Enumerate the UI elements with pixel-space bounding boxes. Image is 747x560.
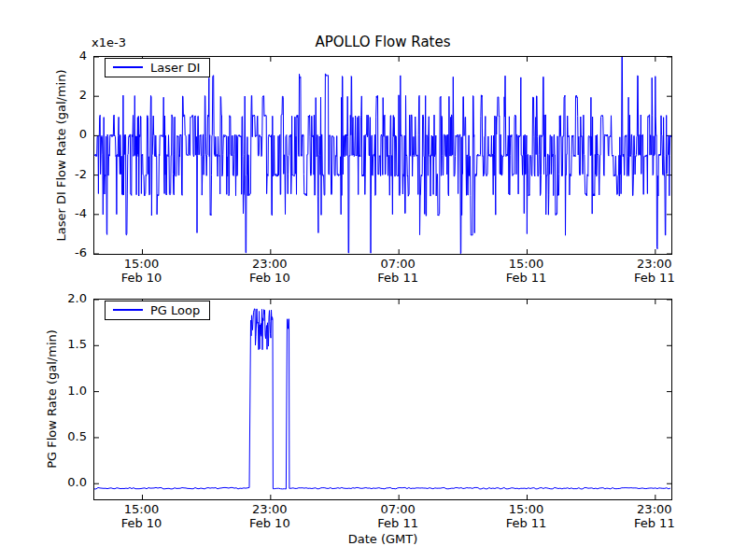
legend-line-sample (113, 309, 143, 311)
tick-marks (94, 300, 671, 499)
legend-label: PG Loop (150, 303, 200, 317)
y-tick-label: 4 (38, 49, 87, 63)
x-tick-label: 15:00Feb 11 (494, 503, 559, 530)
x-axis-label: Date (GMT) (93, 532, 672, 546)
bottom-plot-svg (94, 300, 671, 499)
x-tick-label: 07:00Feb 11 (365, 503, 430, 530)
legend-line-sample (113, 66, 143, 68)
y-axis-offset-multiplier: x1e-3 (92, 35, 126, 49)
x-tick-label: 07:00Feb 11 (365, 258, 430, 285)
bottom-y-axis-label: PG Flow Rate (gal/min) (45, 299, 59, 500)
x-tick-label: 23:00Feb 10 (237, 503, 303, 530)
y-tick-label: -2 (38, 167, 87, 181)
bottom-plot-area (93, 299, 672, 500)
y-tick-label: 0 (38, 127, 87, 141)
x-tick-label: 15:00Feb 11 (494, 258, 559, 285)
x-tick-label: 15:00Feb 10 (109, 503, 175, 530)
y-tick-label: 2.0 (38, 291, 87, 305)
chart-title: APOLLO Flow Rates (93, 34, 672, 50)
legend-pg-loop: PG Loop (105, 301, 210, 320)
x-tick-label: 23:00Feb 11 (622, 503, 687, 530)
y-tick-label: 2 (38, 88, 87, 102)
x-tick-label: 23:00Feb 10 (237, 258, 303, 285)
top-y-axis-label: Laser DI Flow Rate (gal/min) (54, 56, 68, 255)
top-plot-area (93, 56, 672, 255)
y-tick-label: 1.5 (38, 337, 87, 351)
y-tick-label: 0.5 (38, 429, 87, 443)
legend-laser-di: Laser DI (105, 58, 210, 77)
x-tick-label: 15:00Feb 10 (109, 258, 175, 285)
y-tick-label: 0.0 (38, 475, 87, 489)
legend-label: Laser DI (150, 61, 200, 75)
data-line-pg-loop (94, 309, 670, 489)
x-tick-label: 23:00Feb 11 (622, 258, 687, 285)
y-tick-label: 1.0 (38, 384, 87, 398)
top-plot-svg (94, 57, 671, 254)
data-line-laser-di (94, 57, 671, 254)
y-tick-label: -6 (38, 245, 87, 259)
figure-canvas: APOLLO Flow Rates x1e-3 Laser DI Flow Ra… (0, 0, 747, 560)
y-tick-label: -4 (38, 206, 87, 220)
